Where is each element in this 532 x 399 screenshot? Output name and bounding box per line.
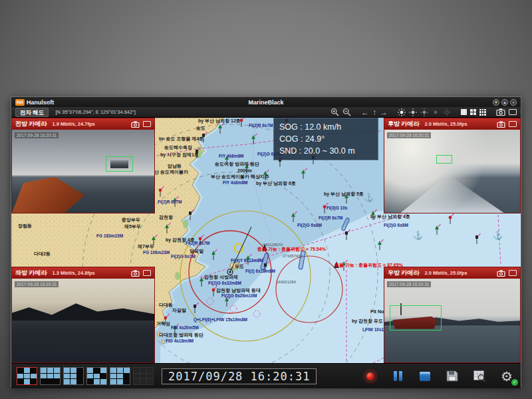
desktop: hn Hanulsoft MarineBlack ▼ ▲ × 전자 해도 [N … xyxy=(0,0,532,399)
camera-header-front[interactable]: 전방 카메라 1.9 Mbit/s, 24.7fps xyxy=(12,118,154,130)
chart-label: 제7부두 xyxy=(138,244,154,249)
display-frame-icon[interactable] xyxy=(509,109,517,115)
video-timestamp: 2017-09-28 16:20:31 xyxy=(387,281,431,287)
layout-preset-4[interactable] xyxy=(86,367,107,385)
chart-label: 감천항 남방파제 등대 xyxy=(216,288,261,293)
window-title: MarineBlack xyxy=(11,99,521,106)
video-timestamp: 2017-09-28 16:20:31 xyxy=(15,281,59,287)
chart-label: Q+LFI(6)+LFIW 15s19m8M xyxy=(194,318,247,323)
chart-label: 감천항 서방파제 xyxy=(204,275,238,279)
app-logo: hn Hanulsoft xyxy=(15,99,54,106)
chart-label: by 부산 남외항 6호 xyxy=(256,181,296,186)
layout-preset-5[interactable] xyxy=(110,367,130,385)
brightness-dusk-icon[interactable] xyxy=(409,108,417,116)
chart-label: 암남동 xyxy=(168,164,182,168)
layout-preset-1[interactable] xyxy=(17,367,37,385)
sog-value: SOG : 12.0 km/h xyxy=(279,121,372,133)
camera-icon[interactable] xyxy=(131,270,140,277)
layout-preset-2[interactable] xyxy=(40,367,61,385)
search-log-button[interactable] xyxy=(471,368,488,384)
chart-label: FI(2)R 6s7M xyxy=(249,124,273,128)
chart-label: by 부산 남외항 5호 xyxy=(324,192,364,196)
chart-label: FG 183m23M xyxy=(96,234,123,239)
camera-video-front[interactable]: 2017-09-28 16:20:31 xyxy=(12,130,154,213)
pan-up-icon[interactable]: ↑ xyxy=(372,108,376,116)
camera-video-rear[interactable]: 2017-09-28 16:20:31 xyxy=(384,130,520,213)
snapshot-camera-icon[interactable] xyxy=(496,108,505,116)
chart-label: 2000m xyxy=(237,168,252,173)
camera-panel-left: 좌방 카메라 1.3 Mbit/s, 24.8fps 2017-09-28 16… xyxy=(11,267,155,363)
fullscreen-icon[interactable] xyxy=(509,121,517,127)
chart-area[interactable]: ⚓⚓⚓ by 부산 남외항 12호송도FI(2)R 6s7Mbn 송도 조형물 xyxy=(11,118,521,363)
chart-label: 장림동 xyxy=(18,223,32,228)
pause-button[interactable] xyxy=(389,368,406,384)
close-button[interactable]: × xyxy=(510,99,517,106)
chart-label: 부산 송도케이블카 해상지주 xyxy=(211,174,269,179)
camera-header-right[interactable]: 우방 카메라 2.0 Mbit/s, 25.0fps xyxy=(384,267,520,279)
tab-electronic-chart[interactable]: 전자 해도 xyxy=(15,108,49,117)
gps-coordinates: [N 35°07'06.294", E 129°01'34.642"] xyxy=(55,109,136,115)
brightness-dark-icon[interactable] xyxy=(432,108,440,116)
chart-label: 다대2동 xyxy=(34,251,51,256)
layout-nine-icon[interactable] xyxy=(479,109,486,116)
chart-label: 중앙부두 xyxy=(122,217,140,222)
chart-label: 자갈말 xyxy=(172,308,186,313)
chart-label: FI(3)G 10s xyxy=(327,206,347,211)
stop-button[interactable] xyxy=(416,368,434,384)
datetime-display: 2017/09/28 16:20:31 xyxy=(162,368,317,384)
chart-label: by 감천항 유도 xyxy=(352,319,383,323)
settings-button[interactable]: ⚙✓ xyxy=(498,368,515,384)
zoom-out-icon[interactable] xyxy=(342,108,351,116)
chart-label: FIR 4s20m5M xyxy=(171,326,199,331)
collision-alert-label: 충돌 가능 : 충돌위험도 = 75.54% xyxy=(257,247,326,251)
menu-bar: 전자 해도 [N 35°07'06.294", E 129°01'34.642"… xyxy=(11,107,521,118)
brightness-dim-icon[interactable] xyxy=(420,108,428,116)
minimize-button[interactable]: ▼ xyxy=(493,99,499,106)
chart-label: 다대포항 방파제 동단 xyxy=(159,332,203,337)
detection-box xyxy=(106,156,133,172)
camera-header-left[interactable]: 좌방 카메라 1.3 Mbit/s, 24.8fps xyxy=(12,267,154,279)
record-button[interactable] xyxy=(362,368,379,384)
layout-preset-6[interactable] xyxy=(133,367,154,385)
brightness-day-icon[interactable] xyxy=(398,108,406,116)
brightness-night-icon[interactable] xyxy=(443,108,451,116)
chart-label: 다대동 xyxy=(159,303,173,307)
chart-label: FI(4)Y 6s13m8M xyxy=(231,259,263,263)
own-vessel-bow xyxy=(12,176,94,213)
camera-video-right[interactable]: 2017-09-28 16:20:31 xyxy=(384,279,520,362)
chart-label: FI(2) 6s18m8M xyxy=(245,269,275,274)
camera-video-left[interactable]: 2017-09-28 16:20:31 xyxy=(12,279,154,362)
fullscreen-icon[interactable] xyxy=(143,270,151,276)
maximize-button[interactable]: ▲ xyxy=(501,99,508,106)
vessel-wake xyxy=(400,175,503,213)
camera-stats: 2.0 Mbit/s, 25.0fps xyxy=(425,270,467,276)
camera-panel-front: 전방 카메라 1.9 Mbit/s, 24.7fps 2017-09-28 16… xyxy=(11,118,155,213)
logo-icon: hn xyxy=(15,99,25,106)
camera-title: 전방 카메라 xyxy=(15,120,47,128)
pan-left-icon[interactable]: ← xyxy=(361,108,369,116)
detection-box xyxy=(390,305,442,331)
snd-value: SND : 20.0 ~ 30.0 m xyxy=(279,145,372,157)
navigation-info-box: SOG : 12.0 km/h COG : 24.9° SND : 20.0 ~… xyxy=(273,118,378,160)
camera-header-rear[interactable]: 후방 카메라 2.0 Mbit/s, 25.0fps xyxy=(384,118,520,130)
camera-title: 좌방 카메라 xyxy=(15,269,47,277)
zoom-in-icon[interactable] xyxy=(331,108,339,116)
fullscreen-icon[interactable] xyxy=(509,270,517,276)
video-timestamp: 2017-09-28 16:20:31 xyxy=(387,132,431,138)
camera-stats: 2.0 Mbit/s, 25.0fps xyxy=(425,121,467,127)
chart-label: 부산 송도케이블카 xyxy=(150,170,188,174)
pan-right-icon[interactable]: → xyxy=(380,108,388,116)
camera-icon[interactable] xyxy=(131,121,140,128)
title-bar[interactable]: hn Hanulsoft MarineBlack ▼ ▲ × xyxy=(11,97,521,107)
layout-quad-icon[interactable] xyxy=(470,109,476,115)
chart-label: FI(2)R 6s7M xyxy=(319,216,342,221)
camera-title: 우방 카메라 xyxy=(388,269,420,277)
save-button[interactable] xyxy=(444,368,461,384)
layout-single-icon[interactable] xyxy=(461,109,467,115)
chart-label: by 부산 남외항 12호 xyxy=(198,118,241,123)
camera-icon[interactable] xyxy=(497,270,505,277)
layout-preset-3[interactable] xyxy=(63,367,84,385)
camera-icon[interactable] xyxy=(497,121,505,128)
save-disk-icon xyxy=(446,370,459,382)
fullscreen-icon[interactable] xyxy=(143,121,151,127)
